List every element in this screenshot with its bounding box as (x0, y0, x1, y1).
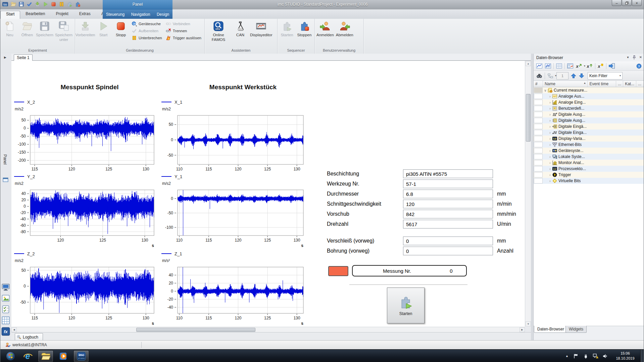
tab-seite-1[interactable]: Seite 1 (14, 54, 33, 61)
expand-chevron-icon[interactable]: › (548, 119, 552, 122)
tree-item-digitale-ausg[interactable]: ›Digitale Ausg... (534, 111, 644, 117)
panel-view-icon[interactable] (567, 63, 574, 69)
ribbon-button-stopp[interactable]: Stopp (112, 20, 130, 46)
taskbar-start-orb[interactable] (3, 351, 18, 362)
deploy-icon[interactable] (35, 1, 40, 7)
tree-item-monitor-anal[interactable]: ›Monitor Anal... (534, 160, 644, 166)
ribbon-button-start[interactable]: Start (95, 20, 112, 46)
close-button[interactable]: × (632, 0, 642, 6)
ribbon-button-trennen[interactable]: Trennen (164, 27, 204, 34)
show-desktop-button[interactable] (640, 350, 644, 362)
collapse-chevron-icon[interactable]: ∨ (543, 89, 548, 92)
ribbon-button-vorbereiten[interactable]: Vorbereiten (76, 20, 95, 46)
pin-icon[interactable] (632, 55, 637, 60)
tab-daten-browser[interactable]: Daten-Browser (534, 326, 567, 333)
form-input-beschichtung[interactable] (403, 169, 493, 178)
tree-item-analoge-aus[interactable]: ›Analoge Aus... (534, 93, 644, 99)
form-input-schnittgeschwindigkeit[interactable] (403, 200, 493, 208)
save-icon[interactable] (18, 1, 24, 7)
ribbon-button-speichern[interactable]: Speichern (36, 20, 53, 46)
column-kategorie[interactable]: Kat... (623, 81, 636, 87)
column-event-time[interactable]: Event time (588, 81, 616, 87)
var-edit-icon[interactable]: x (576, 63, 582, 69)
tab-extras[interactable]: Extras (74, 11, 96, 19)
tab-bearbeiten[interactable]: Bearbeiten (20, 11, 50, 19)
filter-dropdown[interactable]: Kein Filter▾ (588, 72, 623, 80)
ribbon-button-speichern-unter[interactable]: Speichern unter (53, 20, 74, 46)
scroll-up-icon[interactable]: ▲ (526, 61, 531, 66)
expand-chevron-icon[interactable]: › (548, 137, 552, 141)
panel-menu-icon[interactable]: ▾ (625, 55, 631, 60)
tray-network-icon[interactable] (593, 353, 598, 359)
tree-item-analoge-eing[interactable]: ›Analoge Eing... (534, 99, 644, 105)
panel-close-icon[interactable]: ✕ (638, 55, 643, 60)
expand-chevron-icon[interactable]: › (548, 167, 552, 171)
vertical-scrollbar[interactable]: ▲ ▼ (525, 61, 531, 327)
ribbon-button-neu[interactable]: Neu (1, 20, 18, 46)
curve-window2-icon[interactable] (545, 63, 551, 69)
tree-item-digitale-ausg[interactable]: ›Digitale Ausg... (534, 117, 644, 123)
var-create-icon[interactable]: x (597, 63, 604, 69)
tray-chevron-icon[interactable]: ▲ (565, 354, 568, 358)
ribbon-button-starten[interactable]: Starten (278, 20, 296, 46)
ribbon-button-öffnen[interactable]: Öffnen (18, 20, 36, 46)
monitor-icon[interactable] (1, 283, 10, 292)
ribbon-button-trigger-auslösen[interactable]: Trigger auslösen (164, 34, 204, 41)
tree-item-virtuelle-bits[interactable]: ›Virtuelle Bits (534, 178, 644, 184)
ribbon-button-verbinden[interactable]: Verbinden (164, 20, 204, 27)
scroll-down-icon[interactable]: ▼ (526, 321, 531, 326)
var-import-icon[interactable]: x (586, 63, 593, 69)
scroll-left-icon[interactable]: ◀ (11, 327, 17, 332)
tray-flag-icon[interactable] (573, 353, 579, 359)
fx-icon[interactable]: fx (1, 327, 10, 336)
expand-chevron-icon[interactable]: › (548, 125, 552, 128)
column-more-1[interactable]: ... (616, 81, 623, 87)
panel-splitter[interactable] (531, 54, 533, 340)
tree-item-benutzerdefi[interactable]: ›Benutzerdefi... (534, 105, 644, 111)
down-arrow-icon[interactable] (579, 73, 585, 79)
taskbar-imc-studio-button[interactable]: imcSTUDIO (73, 350, 89, 362)
tab-logbuch[interactable]: Logbuch (15, 333, 43, 341)
help-icon[interactable]: ? (636, 63, 642, 69)
taskbar-clock[interactable]: 15:06 18.10.2019 (613, 351, 638, 361)
ribbon-button-stoppen[interactable]: Stoppen (296, 20, 313, 46)
form-input-verschleiß-vorweg-[interactable] (403, 237, 493, 245)
panel-vertical-tab[interactable]: Panel (3, 154, 7, 165)
expand-chevron-icon[interactable]: › (548, 107, 552, 110)
taskbar-internet-explorer-button[interactable]: e (20, 351, 35, 362)
start-icon[interactable] (43, 1, 48, 7)
tab-start[interactable]: Start (0, 11, 20, 19)
export-door-icon[interactable] (608, 63, 615, 69)
tree-mode-icon[interactable] (547, 73, 553, 79)
ribbon-button-anmelden[interactable]: Anmelden (315, 20, 335, 46)
grid-icon[interactable] (1, 316, 10, 325)
tab-design[interactable]: Design (157, 12, 169, 17)
restore-button[interactable] (622, 0, 632, 6)
form-input-bohrung-vorweg-[interactable] (403, 247, 493, 255)
up-arrow-icon[interactable] (571, 73, 577, 79)
expand-chevron-icon[interactable]: › (548, 149, 552, 153)
tab-steuerung[interactable]: Steuerung (106, 12, 125, 17)
image-icon[interactable] (1, 294, 10, 303)
open-folder-icon[interactable] (10, 1, 16, 7)
tab-widgets[interactable]: Widgets (565, 326, 587, 333)
tree-item-ethernet-bits[interactable]: ›Ethernet-Bits (534, 142, 644, 148)
scroll-right-icon[interactable]: ▶ (519, 327, 525, 332)
form-input-vorschub[interactable] (403, 210, 493, 218)
expand-chevron-icon[interactable]: › (548, 113, 552, 116)
vertical-scroll-thumb[interactable] (526, 94, 531, 142)
form-input-werkzeug-nr-[interactable] (403, 179, 493, 188)
tree-item-gerätesyste[interactable]: ›Gerätesyste... (534, 148, 644, 154)
expand-chevron-icon[interactable]: › (548, 161, 552, 165)
ribbon-button-online-famos[interactable]: OFAOnline FAMOS (205, 20, 232, 46)
sequencer-start-icon[interactable] (67, 1, 72, 7)
expand-chevron-icon[interactable]: › (548, 131, 552, 135)
checklist-icon[interactable] (1, 305, 10, 314)
tab-navigation[interactable]: Navigation (131, 12, 150, 17)
horizontal-scrollbar[interactable]: ◀ ▶ (11, 327, 525, 332)
check-blue-icon[interactable] (27, 1, 32, 7)
ribbon-button-displayeditor[interactable]: Displayeditor (249, 20, 273, 46)
expand-chevron-icon[interactable]: › (548, 173, 552, 177)
tree-item-prozessvekto[interactable]: ›2.2Prozessvekto... (534, 166, 644, 172)
tab-projekt[interactable]: Projekt (50, 11, 73, 19)
